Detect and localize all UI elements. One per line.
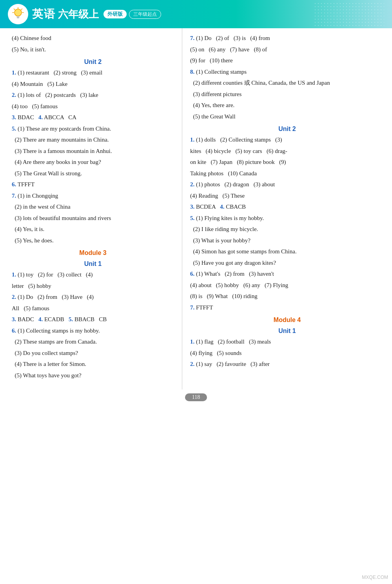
- left-u2-q5: 5. (1) These are my postcards from China…: [12, 124, 174, 134]
- left-u2-q7-4: (4) Yes, it is.: [12, 224, 174, 235]
- page-number: 118: [185, 393, 207, 401]
- svg-line-4: [14, 9, 15, 10]
- page-footer: 118: [0, 393, 392, 401]
- right-q7: 7. (1) Do (2) of (3) is (4) from: [190, 33, 384, 44]
- right-u2-q6-2: (4) about (5) hobby (6) any (7) Flying: [190, 280, 384, 291]
- right-m4u1-q1: 1. (1) flag (2) football (3) meals: [190, 337, 384, 347]
- svg-rect-1: [16, 16, 20, 17]
- left-m3u1-q6-3: (3) Do you collect stamps?: [12, 348, 174, 358]
- main-content: (4) Chinese food (5) No, it isn't. Unit …: [0, 28, 392, 389]
- left-m3u1-q6-4: (4) There is a letter for Simon.: [12, 359, 174, 369]
- left-m3u1-q2-cont: All (5) famous: [12, 304, 174, 314]
- right-q8: 8. (1) Collecting stamps: [190, 67, 384, 77]
- right-q8-4: (4) Yes, there are.: [190, 100, 384, 111]
- watermark: MXQE.COM: [362, 575, 388, 580]
- left-u2-q5-2: (2) There are many mountains in China.: [12, 135, 174, 145]
- right-m4u1-q1-2: (4) flying (5) sounds: [190, 348, 384, 358]
- left-u2-q2: 2. (1) lots of (2) postcards (3) lake: [12, 90, 174, 100]
- left-u2-q5-5: (5) The Great Wall is strong.: [12, 169, 174, 179]
- lightbulb-icon: [11, 7, 25, 21]
- left-u2-q7-2: (2) in the west of China: [12, 202, 174, 212]
- right-q8-2: (2) different counties 或 China, Canada, …: [190, 78, 384, 88]
- right-unit2-title: Unit 2: [190, 126, 384, 133]
- left-u2-q5-4: (4) Are there any books in your bag?: [12, 157, 174, 167]
- pre-item-2: (5) No, it isn't.: [12, 45, 174, 55]
- left-m3u1-q1-cont: letter (5) hobby: [12, 281, 174, 291]
- right-q8-3: (3) different pictures: [190, 89, 384, 100]
- svg-point-0: [15, 9, 22, 16]
- left-m3-unit1-title: Unit 1: [12, 260, 174, 267]
- right-u2-q1-2: kites (4) bicycle (5) toy cars (6) drag-: [190, 146, 384, 156]
- left-m3u1-q6: 6. (1) Collecting stamps is my hobby.: [12, 326, 174, 336]
- right-u2-q5-2: (2) I like riding my bicycle.: [190, 224, 384, 235]
- pre-item-1: (4) Chinese food: [12, 33, 174, 44]
- right-u2-q2: 2. (1) photos (2) dragon (3) about: [190, 180, 384, 190]
- header-grade: 六年级上: [58, 7, 99, 21]
- left-m3u1-q3: 3. BADC 4. ECADB 5. BBACB CB: [12, 315, 174, 325]
- header-edition-badge: 外研版: [103, 10, 127, 18]
- right-u2-q3: 3. BCDEA 4. CBACB: [190, 202, 384, 212]
- left-m3u1-q2: 2. (1) Do (2) from (3) Have (4): [12, 292, 174, 302]
- svg-line-5: [21, 9, 22, 10]
- left-m3u1-q1: 1. (1) toy (2) for (3) collect (4): [12, 270, 174, 280]
- right-q7-2: (5) on (6) any (7) have (8) of: [190, 45, 384, 55]
- right-u2-q5-3: (3) What is your hobby?: [190, 236, 384, 246]
- header-subject: 英语: [32, 7, 56, 22]
- left-u2-q6: 6. TFFFT: [12, 180, 174, 190]
- left-u2-q3: 3. BDAC 4. ABCCA CA: [12, 113, 174, 123]
- right-u2-q5: 5. (1) Flying kites is my hobby.: [190, 213, 384, 224]
- right-q8-5: (5) the Great Wall: [190, 112, 384, 122]
- right-u2-q1: 1. (1) dolls (2) Collecting stamps (3): [190, 135, 384, 145]
- right-u2-q7: 7. FTFFT: [190, 303, 384, 313]
- right-column: 7. (1) Do (2) of (3) is (4) from (5) on …: [182, 28, 392, 389]
- left-u2-q7-5: (5) Yes, he does.: [12, 236, 174, 246]
- left-column: (4) Chinese food (5) No, it isn't. Unit …: [0, 28, 182, 389]
- right-m4u1-q2: 2. (1) say (2) favourite (3) after: [190, 359, 384, 369]
- left-u2-q1-cont: (4) Mountain (5) Lake: [12, 79, 174, 89]
- left-u2-q5-3: (3) There is a famous mountain in Anhui.: [12, 146, 174, 156]
- right-u2-q5-5: (5) Have you got any dragon kites?: [190, 258, 384, 268]
- right-q7-3: (9) for (10) there: [190, 56, 384, 66]
- right-u2-q1-4: Taking photos (10) Canada: [190, 169, 384, 179]
- header-icon: [8, 4, 28, 24]
- right-u2-q6: 6. (1) What's (2) from (3) haven't: [190, 269, 384, 279]
- left-unit2-title: Unit 2: [12, 58, 174, 65]
- left-u2-q7: 7. (1) in Chongqing: [12, 191, 174, 201]
- left-m3u1-q6-2: (2) These stamps are from Canada.: [12, 337, 174, 347]
- left-m3u1-q6-5: (5) What toys have you got?: [12, 371, 174, 381]
- right-module4-title: Module 4: [190, 317, 384, 324]
- left-u2-q2-cont: (4) too (5) famous: [12, 102, 174, 112]
- right-m4-unit1-title: Unit 1: [190, 327, 384, 335]
- header-start-badge: 三年级起点: [129, 10, 161, 19]
- page-header: 英语 六年级上 外研版 三年级起点: [0, 0, 392, 28]
- header-decoration: [314, 2, 384, 26]
- left-u2-q1: 1. (1) restaurant (2) strong (3) email: [12, 68, 174, 78]
- right-u2-q5-4: (4) Simon has got some stamps from China…: [190, 247, 384, 257]
- left-module3-title: Module 3: [12, 249, 174, 257]
- left-u2-q7-3: (3) lots of beautiful mountains and rive…: [12, 213, 174, 224]
- right-u2-q1-3: on kite (7) Japan (8) picture book (9): [190, 157, 384, 167]
- right-u2-q6-3: (8) is (9) What (10) riding: [190, 291, 384, 302]
- right-u2-q2-2: (4) Reading (5) These: [190, 191, 384, 201]
- svg-rect-2: [17, 17, 19, 18]
